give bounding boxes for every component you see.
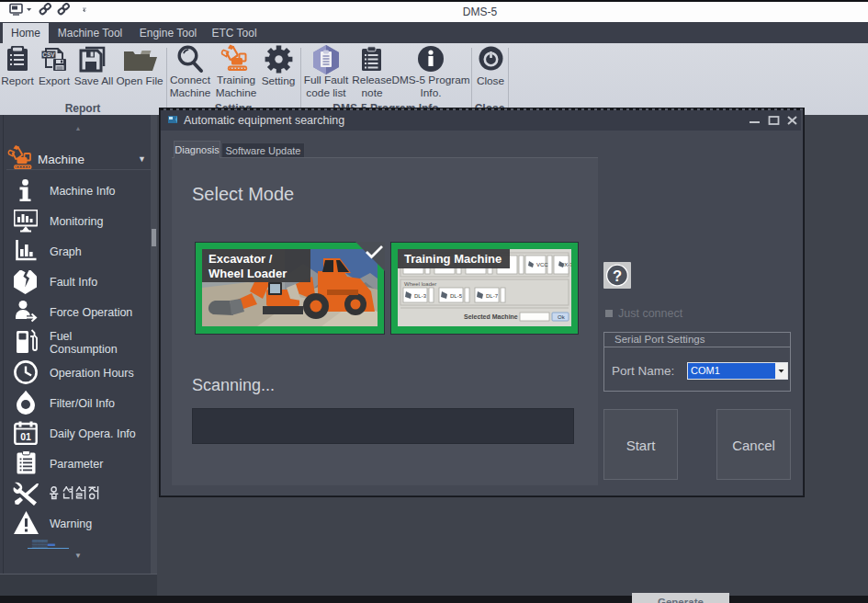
svg-text:?: ? bbox=[613, 267, 622, 284]
svg-text:Wheel loader: Wheel loader bbox=[404, 281, 436, 287]
svg-text:DL-5: DL-5 bbox=[450, 293, 463, 299]
svg-text:Ok: Ok bbox=[558, 314, 566, 320]
svg-text:Excavator /: Excavator / bbox=[209, 252, 273, 266]
svg-text:DL-3: DL-3 bbox=[414, 293, 427, 299]
svg-text:CSV: CSV bbox=[42, 51, 55, 58]
svg-text:VCC: VCC bbox=[536, 262, 548, 267]
svg-text:01: 01 bbox=[20, 431, 31, 442]
svg-text:Wheel Loader: Wheel Loader bbox=[209, 267, 287, 280]
svg-text:Training Machine: Training Machine bbox=[404, 252, 502, 266]
svg-text:DL-7: DL-7 bbox=[486, 293, 499, 299]
svg-text:Selected Machine: Selected Machine bbox=[464, 313, 518, 320]
